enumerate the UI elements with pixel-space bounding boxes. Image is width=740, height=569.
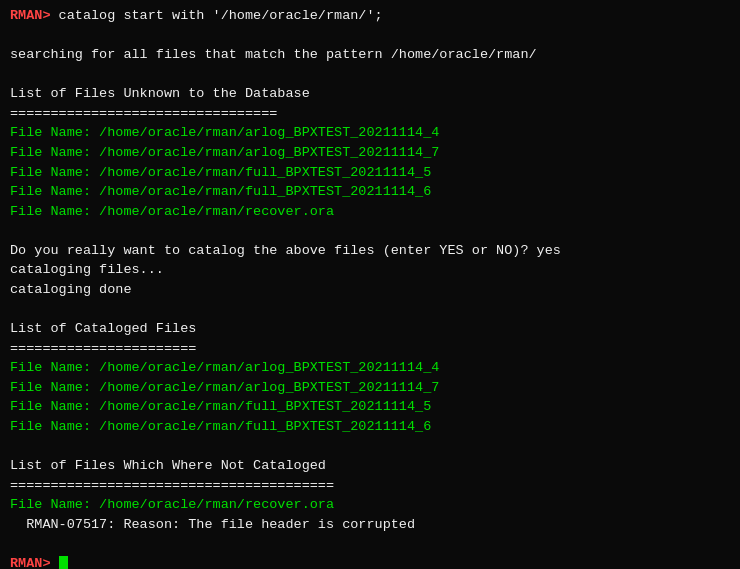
separator-line: ======================================== bbox=[10, 476, 730, 496]
output-line: searching for all files that match the p… bbox=[10, 45, 730, 65]
output-line: cataloging files... bbox=[10, 260, 730, 280]
separator-line: ================================= bbox=[10, 104, 730, 124]
filename-line: File Name: /home/oracle/rman/recover.ora bbox=[10, 495, 730, 515]
separator-line: ======================= bbox=[10, 339, 730, 359]
terminal: RMAN> catalog start with '/home/oracle/r… bbox=[0, 0, 740, 569]
terminal-cursor bbox=[59, 556, 68, 569]
rman-prompt: RMAN> bbox=[10, 8, 59, 23]
filename-line: File Name: /home/oracle/rman/full_BPXTES… bbox=[10, 397, 730, 417]
terminal-command-line: RMAN> catalog start with '/home/oracle/r… bbox=[10, 6, 730, 26]
filename-line: File Name: /home/oracle/rman/full_BPXTES… bbox=[10, 182, 730, 202]
output-line: cataloging done bbox=[10, 280, 730, 300]
output-line: Do you really want to catalog the above … bbox=[10, 241, 730, 261]
output-line: List of Files Unknown to the Database bbox=[10, 84, 730, 104]
terminal-prompt-line: RMAN> bbox=[10, 554, 730, 569]
filename-line: File Name: /home/oracle/rman/arlog_BPXTE… bbox=[10, 123, 730, 143]
command-text: catalog start with '/home/oracle/rman/'; bbox=[59, 8, 383, 23]
filename-line: File Name: /home/oracle/rman/arlog_BPXTE… bbox=[10, 143, 730, 163]
output-line: List of Files Which Where Not Cataloged bbox=[10, 456, 730, 476]
error-line: RMAN-07517: Reason: The file header is c… bbox=[10, 515, 730, 535]
filename-line: File Name: /home/oracle/rman/arlog_BPXTE… bbox=[10, 378, 730, 398]
filename-line: File Name: /home/oracle/rman/full_BPXTES… bbox=[10, 417, 730, 437]
filename-line: File Name: /home/oracle/rman/full_BPXTES… bbox=[10, 163, 730, 183]
output-line: List of Cataloged Files bbox=[10, 319, 730, 339]
rman-prompt: RMAN> bbox=[10, 556, 59, 569]
filename-line: File Name: /home/oracle/rman/arlog_BPXTE… bbox=[10, 358, 730, 378]
filename-line: File Name: /home/oracle/rman/recover.ora bbox=[10, 202, 730, 222]
